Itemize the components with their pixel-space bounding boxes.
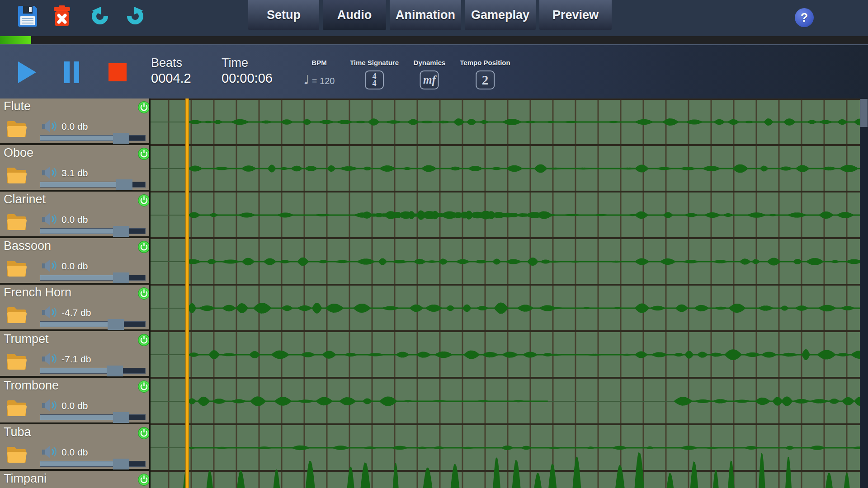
folder-icon	[6, 225, 27, 232]
bpm-label: BPM	[304, 59, 335, 66]
scrollbar-thumb[interactable]	[860, 99, 868, 127]
volume-value: 0.0 db	[61, 214, 88, 225]
volume-slider[interactable]	[40, 228, 146, 234]
toolbar: SetupAudioAnimationGameplayPreview ?	[0, 0, 868, 36]
dynamics-group: Dynamics mf	[414, 59, 446, 89]
volume-value: 0.0 db	[61, 121, 88, 132]
tempo-position-label: Tempo Position	[460, 59, 510, 66]
speaker-icon[interactable]	[42, 259, 58, 272]
slider-handle[interactable]	[116, 179, 132, 190]
time-signature-button[interactable]: 4 4	[365, 70, 384, 89]
dynamics-button[interactable]: mf	[420, 70, 439, 89]
tempo-position-button[interactable]: 2	[476, 70, 495, 89]
playhead[interactable]	[185, 99, 189, 488]
power-button[interactable]	[138, 287, 150, 300]
stop-button[interactable]	[108, 63, 127, 81]
volume-value: -4.7 db	[61, 307, 91, 318]
load-file-button[interactable]	[6, 259, 27, 277]
load-file-button[interactable]	[6, 119, 27, 137]
vertical-scrollbar[interactable]	[860, 99, 868, 488]
speaker-icon[interactable]	[42, 352, 58, 366]
speaker-icon[interactable]	[42, 445, 58, 459]
slider-fill	[40, 415, 121, 420]
speaker-icon[interactable]	[42, 399, 58, 412]
power-icon	[138, 341, 150, 347]
volume-value: 0.0 db	[61, 447, 88, 458]
power-button[interactable]	[138, 194, 150, 206]
tab-animation[interactable]: Animation	[390, 0, 461, 30]
speaker-icon[interactable]	[42, 119, 58, 133]
redo-arrow-icon	[126, 6, 146, 28]
volume-slider[interactable]	[40, 135, 146, 141]
power-button[interactable]	[138, 474, 150, 486]
play-button[interactable]	[18, 61, 36, 83]
slider-handle[interactable]	[108, 319, 124, 330]
load-file-button[interactable]	[6, 212, 27, 230]
volume-slider[interactable]	[40, 414, 146, 420]
pause-button[interactable]	[64, 61, 80, 83]
load-file-button[interactable]	[6, 352, 27, 370]
speaker-icon[interactable]	[42, 212, 58, 226]
load-file-button[interactable]	[6, 305, 27, 324]
power-button[interactable]	[138, 101, 150, 113]
volume-slider[interactable]	[40, 321, 146, 327]
track-name: French Horn	[4, 286, 71, 300]
slider-fill	[40, 368, 115, 373]
quarter-note-icon: ♩	[304, 73, 310, 87]
track-name: Oboe	[4, 146, 33, 160]
volume-slider[interactable]	[40, 368, 146, 374]
save-button[interactable]	[17, 5, 38, 28]
volume-value: 0.0 db	[61, 400, 88, 411]
speaker-icon[interactable]	[42, 305, 58, 319]
volume-slider[interactable]	[40, 275, 146, 281]
power-icon	[138, 155, 150, 161]
load-file-button[interactable]	[6, 399, 27, 417]
track-name: Bassoon	[4, 239, 51, 253]
track-row: Clarinet0.0 db	[0, 192, 149, 238]
slider-handle[interactable]	[113, 133, 129, 144]
power-button[interactable]	[138, 148, 150, 160]
track-row: Bassoon0.0 db	[0, 238, 149, 285]
help-button[interactable]: ?	[795, 8, 814, 27]
speaker-icon[interactable]	[42, 166, 58, 179]
slider-handle[interactable]	[113, 272, 129, 283]
power-button[interactable]	[138, 380, 150, 393]
volume-slider[interactable]	[40, 182, 146, 188]
transport-bar: Beats 0004.2 Time 00:00:06 BPM ♩ = 120 T…	[0, 44, 868, 99]
track-row: Flute0.0 db	[0, 99, 149, 145]
question-mark-icon: ?	[801, 11, 808, 25]
power-icon	[138, 480, 150, 487]
progress-fill	[0, 36, 31, 44]
track-panel: Flute0.0 dbOboe3.1 dbClarinet0.0 dbBasso…	[0, 99, 151, 488]
redo-button[interactable]	[126, 5, 146, 28]
floppy-disk-icon	[18, 5, 38, 28]
volume-value: 3.1 db	[61, 168, 88, 178]
delete-button[interactable]	[52, 5, 72, 28]
tab-preview[interactable]: Preview	[539, 0, 612, 30]
time-display: Time 00:00:06	[222, 56, 273, 86]
slider-handle[interactable]	[113, 459, 129, 469]
load-file-button[interactable]	[6, 166, 27, 184]
tempo-position-group: Tempo Position 2	[460, 59, 510, 89]
volume-value: 0.0 db	[61, 261, 88, 272]
slider-handle[interactable]	[113, 226, 129, 237]
load-file-button[interactable]	[6, 445, 27, 463]
slider-fill	[40, 182, 124, 187]
tab-gameplay[interactable]: Gameplay	[465, 0, 536, 30]
main-menu-button[interactable]	[832, 8, 852, 28]
undo-button[interactable]	[89, 5, 109, 28]
tab-setup[interactable]: Setup	[248, 0, 319, 30]
track-row: French Horn-4.7 db	[0, 285, 149, 331]
slider-handle[interactable]	[113, 412, 129, 423]
tab-audio[interactable]: Audio	[323, 0, 386, 30]
folder-icon	[6, 272, 27, 278]
power-button[interactable]	[138, 427, 150, 439]
power-button[interactable]	[138, 334, 150, 346]
track-row: Oboe3.1 db	[0, 145, 149, 192]
slider-handle[interactable]	[107, 366, 123, 376]
volume-slider[interactable]	[40, 461, 146, 467]
power-button[interactable]	[138, 241, 150, 253]
slider-fill	[40, 461, 121, 466]
waveform-grid[interactable]	[151, 99, 860, 488]
dynamics-label: Dynamics	[414, 59, 446, 66]
